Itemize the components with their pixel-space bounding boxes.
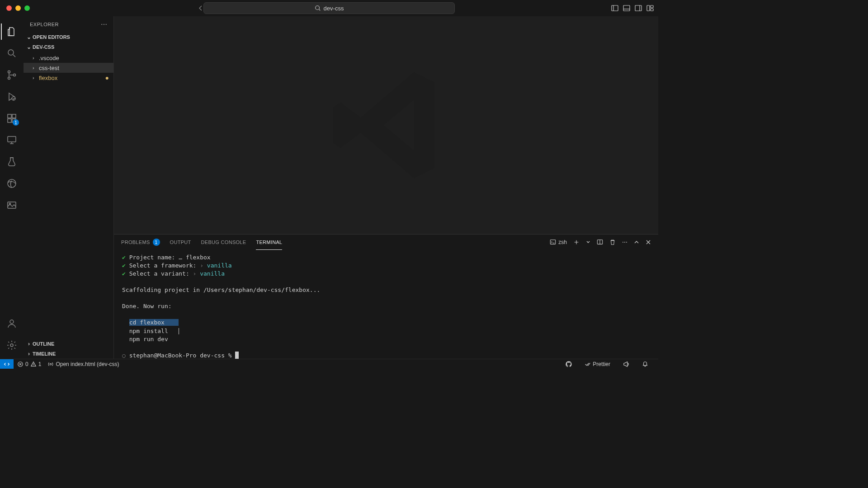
status-prettier[interactable]: Prettier [585, 361, 610, 367]
bell-icon [642, 361, 648, 367]
error-icon [17, 361, 24, 367]
activity-bar: 1 [0, 16, 24, 359]
window-controls [6, 5, 30, 11]
activity-settings[interactable] [1, 334, 23, 356]
panel-more-button[interactable]: ⋯ [622, 239, 627, 245]
svg-point-9 [8, 77, 10, 80]
open-editors-section[interactable]: ⌄ OPEN EDITORS [24, 32, 113, 42]
outline-section[interactable]: › OUTLINE [24, 339, 113, 349]
text-cursor-icon [179, 328, 179, 337]
svg-point-7 [8, 50, 14, 55]
command-center-search[interactable]: dev-css [203, 2, 455, 14]
terminal-icon [550, 239, 556, 245]
svg-rect-16 [8, 136, 16, 142]
chevron-right-icon: › [33, 65, 39, 70]
activity-source-control[interactable] [1, 64, 23, 86]
tab-debug-console[interactable]: DEBUG CONSOLE [201, 235, 246, 250]
svg-point-20 [10, 320, 14, 324]
activity-image-preview[interactable] [1, 194, 23, 216]
folder-flexbox[interactable]: › flexbox ● [24, 73, 113, 83]
remote-indicator[interactable] [0, 359, 14, 369]
extensions-badge: 1 [13, 119, 19, 126]
warning-icon [30, 361, 37, 367]
svg-point-21 [10, 344, 13, 347]
svg-rect-4 [647, 5, 650, 11]
svg-rect-5 [651, 5, 653, 8]
svg-rect-12 [8, 114, 11, 118]
editor-background [114, 16, 658, 234]
activity-edge-tools[interactable] [1, 173, 23, 194]
title-bar: dev-css [0, 0, 658, 16]
chevron-down-icon: ⌄ [25, 34, 33, 40]
sidebar-title: EXPLORER [30, 22, 59, 27]
svg-rect-13 [12, 114, 16, 118]
timeline-section[interactable]: › TIMELINE [24, 349, 113, 359]
status-feedback[interactable] [623, 361, 629, 367]
svg-point-8 [8, 71, 10, 73]
maximize-window-button[interactable] [24, 5, 30, 11]
status-github[interactable] [566, 361, 572, 367]
svg-rect-14 [8, 119, 11, 122]
folder-css-test[interactable]: › css-test [24, 63, 113, 73]
minimize-window-button[interactable] [15, 5, 21, 11]
activity-extensions[interactable]: 1 [1, 108, 23, 129]
svg-rect-3 [635, 5, 642, 11]
editor-area: PROBLEMS 1 OUTPUT DEBUG CONSOLE TERMINAL… [114, 16, 658, 359]
new-terminal-button[interactable] [573, 239, 580, 245]
chevron-right-icon: › [25, 351, 33, 357]
activity-explorer[interactable] [1, 21, 23, 42]
tab-problems[interactable]: PROBLEMS 1 [121, 235, 160, 250]
activity-run-debug[interactable] [1, 86, 23, 108]
toggle-secondary-sidebar-button[interactable] [635, 5, 642, 11]
customize-layout-button[interactable] [646, 5, 654, 11]
github-icon [566, 361, 572, 367]
modified-indicator-icon: ● [105, 74, 109, 81]
svg-point-0 [315, 6, 319, 10]
activity-accounts[interactable] [1, 313, 23, 334]
svg-rect-2 [623, 5, 630, 11]
search-text: dev-css [324, 5, 344, 12]
tab-terminal[interactable]: TERMINAL [256, 235, 282, 250]
tab-output[interactable]: OUTPUT [170, 235, 191, 250]
folder-vscode[interactable]: › .vscode [24, 53, 113, 63]
folder-root-section[interactable]: ⌄ DEV-CSS [24, 42, 113, 52]
vscode-logo-watermark [323, 62, 449, 188]
bottom-panel: PROBLEMS 1 OUTPUT DEBUG CONSOLE TERMINAL… [114, 234, 658, 359]
chevron-down-icon: ⌄ [25, 44, 33, 50]
close-window-button[interactable] [6, 5, 12, 11]
svg-point-25 [50, 363, 52, 365]
svg-point-10 [14, 74, 16, 76]
status-problems[interactable]: 0 1 [17, 361, 41, 367]
kill-terminal-button[interactable] [609, 239, 616, 245]
terminal-cursor [235, 352, 239, 359]
terminal-output[interactable]: ✔ Project name: … flexbox ✔ Select a fra… [114, 250, 658, 363]
toggle-panel-button[interactable] [623, 5, 630, 11]
svg-rect-22 [551, 240, 556, 244]
terminal-shell-selector[interactable]: zsh [550, 239, 567, 245]
problems-badge: 1 [153, 239, 160, 246]
sidebar-more-button[interactable]: ⋯ [101, 21, 108, 28]
status-live-server[interactable]: Open index.html (dev-css) [47, 361, 119, 367]
chevron-right-icon: › [33, 55, 39, 61]
panel-tabs: PROBLEMS 1 OUTPUT DEBUG CONSOLE TERMINAL… [114, 235, 658, 250]
status-notifications[interactable] [642, 361, 648, 367]
svg-point-17 [8, 179, 16, 188]
close-panel-button[interactable] [646, 239, 651, 245]
split-terminal-button[interactable] [597, 239, 603, 245]
activity-search[interactable] [1, 42, 23, 64]
terminal-dropdown-button[interactable] [586, 240, 590, 244]
toggle-primary-sidebar-button[interactable] [611, 5, 618, 11]
chevron-right-icon: › [25, 341, 33, 347]
check-all-icon [585, 361, 591, 367]
search-icon [315, 5, 321, 11]
svg-rect-6 [651, 9, 653, 11]
svg-rect-1 [612, 5, 618, 11]
chevron-right-icon: › [33, 75, 39, 80]
activity-testing[interactable] [1, 151, 23, 173]
status-bar: 0 1 Open index.html (dev-css) Prettier [0, 359, 658, 369]
activity-remote-explorer[interactable] [1, 129, 23, 151]
maximize-panel-button[interactable] [634, 239, 639, 245]
megaphone-icon [623, 361, 629, 367]
sidebar-explorer: EXPLORER ⋯ ⌄ OPEN EDITORS ⌄ DEV-CSS › .v… [24, 16, 114, 359]
broadcast-icon [47, 361, 54, 367]
